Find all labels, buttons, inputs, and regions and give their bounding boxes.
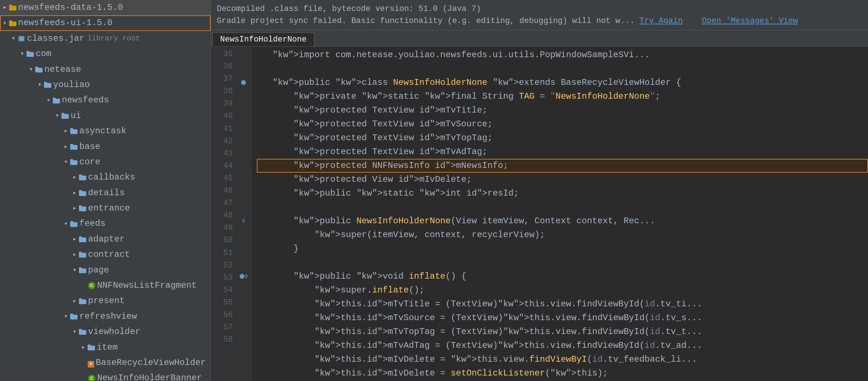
code-line-46 (257, 200, 868, 214)
arrow-ui (54, 113, 60, 119)
tree-item-ui[interactable]: ui (0, 108, 211, 123)
gutter-item-40 (236, 117, 251, 131)
info-line2: Gradle project sync failed. Basic functi… (217, 15, 862, 27)
svg-rect-11 (44, 82, 47, 84)
tree-item-page[interactable]: page (0, 263, 211, 278)
svg-rect-9 (35, 67, 38, 68)
tree-item-netease[interactable]: netease (0, 62, 211, 77)
svg-rect-19 (70, 144, 73, 146)
svg-rect-21 (70, 159, 73, 161)
tree-item-entrance[interactable]: entrance (0, 201, 211, 216)
gutter-item-52 (236, 283, 251, 297)
tree-item-youliao[interactable]: youliao (0, 77, 211, 93)
gutter-item-35 (236, 48, 251, 62)
tree-item-contract[interactable]: contract (0, 247, 211, 262)
line-number-46: 46 (211, 185, 233, 197)
line-number-41: 41 (211, 123, 233, 135)
tree-item-callbacks[interactable]: callbacks (0, 170, 211, 185)
arrow-classes-jar (10, 35, 17, 42)
arrow-feeds (63, 221, 69, 227)
tree-label-base: base (79, 140, 100, 154)
arrow-newsfeeds-data (1, 4, 8, 11)
code-line-53: "kw">this.id">mTvTitle = (TextView)"kw">… (257, 297, 868, 311)
code-line-42: "kw">protected TextView id">mTvAdTag; (257, 145, 868, 159)
arrow-core (63, 159, 69, 165)
arrow-present (71, 298, 78, 305)
line-number-52: 52 (211, 259, 233, 272)
tree-item-feeds[interactable]: feeds (0, 216, 211, 231)
line-number-50: 50 (211, 234, 233, 247)
arrow-details (71, 190, 78, 196)
package-icon (79, 252, 86, 258)
code-line-38: "kw">private "kw">static "kw">final Stri… (257, 90, 868, 103)
gutter-item-44 (236, 173, 251, 186)
line-number-37: 37 (211, 73, 233, 85)
line-number-48: 48 (211, 209, 233, 222)
tree-label-asynctask: asynctask (79, 124, 127, 138)
tree-label-newsfeeds-data: newsfeeds-data-1.5.0 (18, 1, 123, 15)
package-icon (70, 314, 77, 319)
tree-item-present[interactable]: present (0, 293, 211, 309)
tree-item-core[interactable]: core (0, 154, 211, 170)
code-line-37: "kw">public "kw">class NewsInfoHolderNon… (257, 76, 868, 90)
tree-label-ui: ui (71, 109, 81, 123)
active-tab[interactable]: NewsInfoHolderNone (212, 32, 314, 46)
gutter-item-54 (236, 311, 251, 325)
code-line-50 (257, 256, 868, 270)
tree-item-newsfeeds-data[interactable]: newsfeeds-data-1.5.0 (0, 0, 211, 15)
tree-item-viewholder[interactable]: viewholder (0, 324, 211, 339)
tree-label-NewsInfoHolderBanner: NewsInfoHolderBanner (97, 371, 202, 381)
tree-item-base[interactable]: base (0, 139, 211, 154)
line-number-35: 35 (211, 48, 233, 60)
package-icon (79, 298, 86, 304)
code-line-40: "kw">protected TextView id">mTvSource; (257, 117, 868, 131)
tree-item-newsfeeds[interactable]: newsfeeds (0, 93, 211, 108)
package-icon (79, 205, 86, 211)
tree-label-details: details (88, 186, 125, 200)
arrow-adapter (71, 236, 78, 243)
try-again-link[interactable]: Try Again (640, 16, 683, 25)
tree-item-NNFNewsListFragment[interactable]: CNNFNewsListFragment (0, 278, 211, 293)
tree-item-BaseRecycleViewHolder[interactable]: CBaseRecycleViewHolder (0, 355, 211, 370)
tree-label-item: item (97, 341, 118, 354)
tree-label-callbacks: callbacks (88, 170, 135, 184)
svg-rect-3 (9, 20, 12, 22)
class-icon: C (88, 356, 96, 370)
gutter-item-58 (236, 366, 251, 380)
tree-item-newsfeeds-ui[interactable]: newsfeeds-ui-1.5.0 (0, 15, 211, 31)
tree-item-asynctask[interactable]: asynctask (0, 123, 211, 139)
tree-sublabel-classes-jar: library root (87, 33, 140, 44)
arrow-viewholder (71, 329, 78, 335)
class-icon: C (88, 282, 96, 290)
code-lines: "kw">import com.netease.youliao.newsfeed… (251, 47, 868, 381)
arrow-com (19, 51, 25, 57)
tree-label-page: page (88, 263, 109, 277)
line-number-47: 47 (211, 197, 233, 209)
code-line-47: "kw">public NewsInfoHolderNone(View item… (257, 214, 868, 228)
line-number-49: 49 (211, 222, 233, 234)
tree-item-NewsInfoHolderBanner[interactable]: CNewsInfoHolderBanner (0, 370, 211, 381)
tree-item-details[interactable]: details (0, 185, 211, 201)
line-number-55: 55 (211, 296, 233, 309)
gutter-item-55 (236, 325, 251, 339)
tree-item-item[interactable]: item (0, 340, 211, 355)
line-number-38: 38 (211, 85, 233, 98)
code-area: 3536373839404142434445464748495051525354… (211, 47, 868, 381)
tree-label-feeds: feeds (79, 217, 105, 231)
arrow-entrance (71, 205, 78, 212)
svg-text:J: J (21, 38, 22, 41)
svg-text:C: C (90, 283, 93, 288)
info-bar: Decompiled .class file, bytecode version… (211, 0, 868, 30)
open-messages-link[interactable]: Open 'Messages' View (702, 16, 798, 25)
arrow-newsfeeds (45, 97, 52, 104)
tree-item-adapter[interactable]: adapter (0, 232, 211, 247)
code-line-48: "kw">super(itemView, context, recyclerVi… (257, 228, 868, 242)
tree-item-classes-jar[interactable]: Jclasses.jarlibrary root (0, 31, 211, 46)
tree-label-newsfeeds: newsfeeds (62, 93, 109, 107)
line-number-44: 44 (211, 160, 233, 172)
line-number-39: 39 (211, 98, 233, 110)
svg-rect-1 (9, 5, 12, 7)
tree-item-com[interactable]: com (0, 46, 211, 62)
gutter: ⬤@⬤@ (236, 47, 251, 381)
tree-item-refreshview[interactable]: refreshview (0, 309, 211, 324)
